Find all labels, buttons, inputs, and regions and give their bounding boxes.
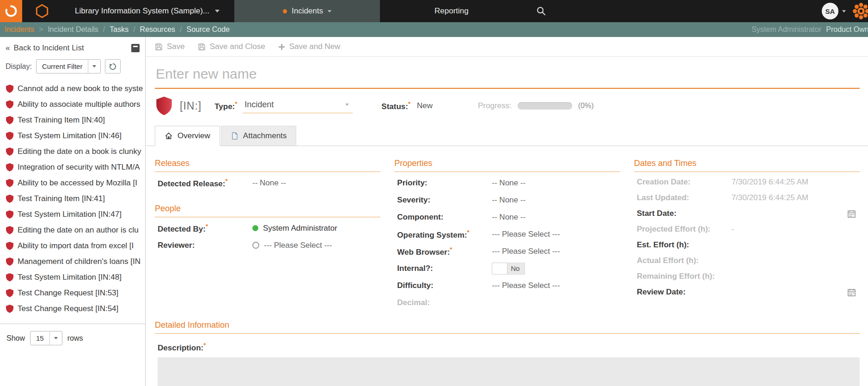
- breadcrumb-resources[interactable]: Resources: [140, 25, 175, 34]
- refresh-button[interactable]: [105, 59, 121, 74]
- avatar[interactable]: SA: [822, 3, 838, 19]
- incident-list-item[interactable]: Ability to be accessed by Mozilla [I: [0, 175, 145, 191]
- collapse-sidebar-icon[interactable]: [131, 44, 140, 52]
- incident-icon: [6, 195, 13, 203]
- required-marker: *: [467, 229, 469, 236]
- incident-list-item[interactable]: Test Training Item [IN:41]: [0, 191, 145, 207]
- priority-value[interactable]: -- None --: [492, 178, 526, 188]
- rows-select-value: 15: [31, 331, 49, 345]
- back-to-incident-list-link[interactable]: « Back to Incident List: [6, 43, 84, 53]
- save-button[interactable]: Save: [155, 42, 185, 51]
- calendar-icon[interactable]: [847, 288, 860, 297]
- breadcrumb-separator: /: [133, 25, 135, 34]
- breadcrumb-source-code[interactable]: Source Code: [187, 25, 230, 34]
- show-label: Show: [6, 334, 25, 343]
- filter-select[interactable]: Current Filter: [36, 59, 101, 74]
- incident-shield-icon: [155, 96, 173, 116]
- incident-list-item[interactable]: Cannot add a new book to the syste: [0, 81, 145, 97]
- progress-bar: [518, 102, 572, 110]
- user-menu[interactable]: SA: [822, 3, 846, 19]
- product-hexagon-icon[interactable]: [22, 4, 62, 18]
- field-last-updated: Last Updated: 7/30/2019 6:44:25 AM: [634, 190, 860, 206]
- required-marker: *: [206, 223, 208, 230]
- incident-list-item[interactable]: Test System Limitation [IN:47]: [0, 207, 145, 222]
- sidebar-header: « Back to Incident List: [0, 37, 145, 56]
- field-web-browser: Web Browser:* --- Please Select ---: [394, 243, 620, 260]
- breadcrumb-incident-details[interactable]: Incident Details: [48, 25, 98, 34]
- nav-incidents[interactable]: Incidents: [234, 0, 380, 22]
- projected-effort-value: -: [732, 225, 734, 234]
- detected-release-value[interactable]: -- None --: [252, 178, 286, 188]
- incident-name-input[interactable]: [155, 64, 860, 89]
- type-select[interactable]: Incident: [243, 99, 353, 113]
- field-detected-by: Detected By:* System Administrator: [155, 220, 380, 237]
- save-and-close-button[interactable]: Save and Close: [198, 42, 265, 51]
- save-and-new-button[interactable]: Save and New: [278, 42, 341, 51]
- breadcrumb-incidents[interactable]: Incidents: [5, 25, 34, 34]
- incident-list-item[interactable]: Test Change Request [IN:54]: [0, 301, 145, 317]
- incident-icon: [6, 179, 13, 187]
- incident-icon: [6, 163, 13, 172]
- online-status-icon: [252, 225, 258, 231]
- field-internal: Internal?: No: [394, 260, 620, 277]
- nav-reporting[interactable]: Reporting: [434, 0, 469, 22]
- save-disk-icon: [198, 43, 206, 51]
- incident-list-item[interactable]: Editing the date on an author is clu: [0, 222, 145, 238]
- document-icon: [231, 132, 238, 140]
- incident-id-token: [IN:]: [180, 100, 202, 112]
- home-icon: [165, 132, 173, 140]
- user-role-text: System Administrator Product Owner: [752, 25, 868, 34]
- settings-gear-icon[interactable]: [852, 2, 868, 20]
- required-marker: *: [408, 100, 410, 107]
- component-value[interactable]: -- None --: [492, 213, 526, 222]
- incident-icon: [6, 116, 13, 124]
- name-input-row: [146, 57, 868, 89]
- app-logo[interactable]: [0, 0, 22, 22]
- description-editor[interactable]: [158, 357, 860, 386]
- field-difficulty: Difficulty: --- Please Select ---: [394, 277, 620, 294]
- rows-select[interactable]: 15: [30, 331, 62, 345]
- project-selector[interactable]: Library Information System (Sample)...: [75, 6, 220, 16]
- breadcrumb-tasks[interactable]: Tasks: [110, 25, 128, 34]
- tab-overview[interactable]: Overview: [155, 126, 220, 146]
- severity-value[interactable]: -- None --: [492, 196, 526, 205]
- incident-list-item[interactable]: Ability to associate multiple authors: [0, 97, 145, 112]
- radio-icon[interactable]: [252, 242, 259, 249]
- column-releases-people: Releases Detected Release:* -- None -- P…: [155, 146, 380, 311]
- incident-icon: [6, 226, 13, 234]
- field-est-effort: Est. Effort (h):: [634, 237, 860, 253]
- breadcrumb-separator: >: [39, 25, 43, 34]
- incident-detail-panel: Save Save and Close Save and New: [146, 37, 868, 386]
- field-creation-date: Creation Date: 7/30/2019 6:44:25 AM: [634, 174, 860, 190]
- field-detected-release: Detected Release:* -- None --: [155, 174, 380, 191]
- incident-icon: [6, 242, 13, 250]
- tab-attachments[interactable]: Attachments: [221, 126, 297, 146]
- refresh-icon: [109, 62, 117, 71]
- internal-toggle[interactable]: No: [492, 263, 525, 275]
- toolbar: Save Save and Close Save and New: [146, 37, 868, 57]
- incident-list-item[interactable]: Test System Limitation [IN:48]: [0, 270, 145, 285]
- tab-bar: Overview Attachments: [146, 126, 868, 146]
- reviewer-value[interactable]: --- Please Select ---: [252, 241, 332, 250]
- creation-date-value: 7/30/2019 6:44:25 AM: [732, 178, 808, 187]
- web-browser-value[interactable]: --- Please Select ---: [492, 247, 560, 256]
- incident-list-item[interactable]: Test Change Request [IN:53]: [0, 285, 145, 301]
- operating-system-value[interactable]: --- Please Select ---: [492, 230, 560, 239]
- type-label: Type:*: [214, 100, 237, 111]
- search-icon[interactable]: [536, 6, 547, 17]
- toggle-knob: [492, 263, 507, 275]
- incident-list-item[interactable]: Editing the date on a book is clunky: [0, 144, 145, 159]
- status-value: New: [417, 101, 433, 110]
- role-secondary: Product Owner: [826, 25, 868, 34]
- incident-list-item[interactable]: Test Training Item [IN:40]: [0, 112, 145, 128]
- progress-label: Progress:: [478, 101, 512, 110]
- incident-list-item[interactable]: Test System Limitation [IN:46]: [0, 128, 145, 144]
- incident-list-item[interactable]: Ability to import data from excel [I: [0, 238, 145, 254]
- incident-list-item[interactable]: Integration of security with NTLM/A: [0, 159, 145, 175]
- incident-list-item[interactable]: Management of children's loans [IN: [0, 254, 145, 270]
- detected-by-value[interactable]: System Administrator: [252, 224, 337, 233]
- calendar-icon[interactable]: [847, 209, 860, 218]
- difficulty-value[interactable]: --- Please Select ---: [492, 281, 560, 290]
- display-label: Display:: [6, 62, 32, 71]
- chevron-down-icon: [92, 65, 96, 67]
